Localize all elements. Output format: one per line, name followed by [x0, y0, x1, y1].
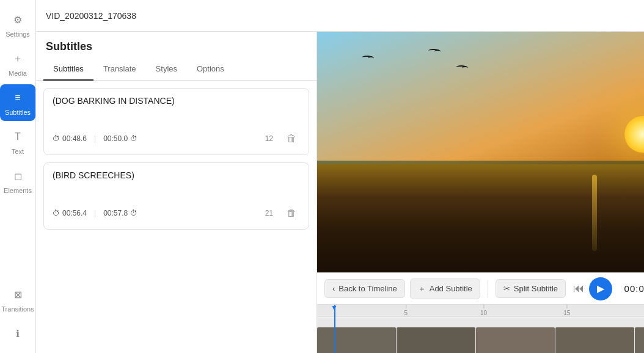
start-time-block: ⏱ 00:56.4 — [53, 209, 87, 217]
delete-button[interactable]: 🗑 — [283, 130, 300, 147]
timecode-display: 00:00:0 — [617, 283, 644, 294]
split-subtitle-button[interactable]: ✂ Split Subtitle — [496, 279, 566, 298]
clock-icon: ⏱ — [53, 209, 60, 217]
subtitle-tabs: Subtitles Translate Styles Options — [36, 58, 317, 81]
settings-icon: ⚙ — [9, 11, 26, 28]
plus-icon: ＋ — [418, 283, 426, 294]
water — [317, 164, 644, 272]
start-time: 00:56.4 — [62, 209, 87, 217]
split-subtitle-label: Split Subtitle — [514, 284, 558, 293]
add-subtitle-button[interactable]: ＋ Add Subtitle — [410, 278, 480, 299]
sidebar-item-subtitles[interactable]: ≡ Subtitles — [0, 84, 35, 121]
subtitle-card[interactable]: (BIRD SCREECHES) ⏱ 00:56.4 | 00:57.8 ⏱ 2… — [43, 162, 309, 230]
transitions-icon: ⊠ — [9, 286, 26, 303]
sidebar-item-label: Settings — [5, 31, 30, 38]
thumb-3 — [476, 327, 555, 353]
end-time: 00:50.0 — [103, 134, 128, 143]
sidebar-item-transitions[interactable]: ⊠ Transitions — [0, 281, 35, 318]
timeline-content — [317, 327, 644, 353]
video-preview — [317, 32, 644, 272]
tab-styles[interactable]: Styles — [146, 58, 187, 81]
sidebar: ⚙ Settings ＋ Media ≡ Subtitles T Text ◻ … — [0, 0, 36, 353]
char-count: 21 — [265, 209, 273, 217]
thumb-1 — [317, 327, 396, 353]
text-icon: T — [9, 128, 26, 145]
tab-options[interactable]: Options — [187, 58, 234, 81]
skip-back-button[interactable]: ⏮ — [573, 282, 584, 295]
start-time: 00:48.6 — [62, 134, 87, 143]
timeline-ruler: 5 10 15 20 25 30 — [317, 305, 644, 317]
thumb-5 — [635, 327, 644, 353]
end-time-block: 00:57.8 ⏱ — [103, 209, 137, 217]
sidebar-item-media[interactable]: ＋ Media — [0, 45, 35, 82]
subtitle-card-footer: ⏱ 00:56.4 | 00:57.8 ⏱ 21 🗑 — [53, 205, 300, 222]
back-to-timeline-button[interactable]: ‹ Back to Timeline — [324, 279, 405, 298]
video-frame — [317, 32, 644, 272]
time-separator: | — [94, 134, 96, 143]
playhead[interactable] — [334, 305, 335, 353]
water-reflection — [592, 175, 597, 250]
end-time-block: 00:50.0 ⏱ — [103, 134, 137, 143]
media-icon: ＋ — [9, 50, 26, 67]
tick-10: 10 — [480, 305, 487, 316]
delete-button[interactable]: 🗑 — [283, 205, 300, 222]
bird-2 — [428, 49, 439, 53]
thumb-4 — [555, 327, 634, 353]
subtitle-card[interactable]: (DOG BARKING IN DISTANCE) ⏱ 00:48.6 | 00… — [43, 88, 309, 155]
tick-5: 5 — [404, 305, 408, 316]
sidebar-item-settings[interactable]: ⚙ Settings — [0, 6, 35, 43]
subtitle-panel-title: Subtitles — [36, 32, 317, 58]
elements-icon: ◻ — [9, 167, 26, 184]
sidebar-item-label: Text — [12, 148, 24, 155]
toolbar-separator — [488, 280, 488, 297]
subtitles-icon: ≡ — [9, 89, 26, 106]
sidebar-item-label: Elements — [4, 187, 32, 194]
bottom-toolbar: ‹ Back to Timeline ＋ Add Subtitle ✂ Spli… — [317, 272, 644, 304]
play-button[interactable]: ▶ — [589, 277, 612, 300]
subtitle-text: (BIRD SCREECHES) — [53, 170, 300, 195]
subtitle-panel: Subtitles Subtitles Translate Styles Opt… — [36, 32, 317, 353]
time-separator: | — [94, 209, 96, 217]
tab-subtitles[interactable]: Subtitles — [43, 58, 93, 81]
subtitle-text: (DOG BARKING IN DISTANCE) — [53, 96, 300, 120]
bird-1 — [362, 56, 373, 59]
sidebar-item-info[interactable]: ℹ — [0, 320, 35, 347]
chevron-left-icon: ‹ — [332, 284, 335, 293]
start-time-block: ⏱ 00:48.6 — [53, 134, 87, 143]
sidebar-item-elements[interactable]: ◻ Elements — [0, 162, 35, 199]
main-panel: VID_20200312_170638 ← → Sign Up · Log In… — [36, 0, 644, 353]
thumbnail-strip — [317, 327, 644, 353]
char-count: 12 — [265, 134, 273, 143]
filename-label: VID_20200312_170638 — [46, 11, 644, 21]
tab-translate[interactable]: Translate — [93, 58, 146, 81]
sun — [624, 116, 644, 153]
info-icon: ℹ — [9, 325, 26, 342]
top-bar: VID_20200312_170638 ← → Sign Up · Log In… — [36, 0, 644, 32]
timeline-area: 5 10 15 20 25 30 — [317, 304, 644, 353]
sidebar-item-label: Transitions — [1, 305, 34, 313]
subtitle-card-footer: ⏱ 00:48.6 | 00:50.0 ⏱ 12 🗑 — [53, 130, 300, 147]
bird-3 — [456, 65, 467, 69]
end-time: 00:57.8 — [103, 209, 128, 217]
tick-15: 15 — [563, 305, 570, 316]
sidebar-item-text[interactable]: T Text — [0, 123, 35, 160]
scissors-icon: ✂ — [503, 284, 510, 293]
add-subtitle-label: Add Subtitle — [430, 284, 472, 293]
right-panel: ‹ Back to Timeline ＋ Add Subtitle ✂ Spli… — [317, 32, 644, 353]
clock-end-icon: ⏱ — [130, 134, 137, 143]
clock-icon: ⏱ — [53, 134, 60, 143]
subtitle-list: (DOG BARKING IN DISTANCE) ⏱ 00:48.6 | 00… — [36, 81, 317, 353]
clock-end-icon: ⏱ — [130, 209, 137, 217]
sidebar-item-label: Media — [9, 70, 27, 77]
thumb-2 — [397, 327, 475, 353]
back-to-timeline-label: Back to Timeline — [338, 284, 397, 293]
content-area: Subtitles Subtitles Translate Styles Opt… — [36, 32, 644, 353]
timeline-track — [317, 318, 644, 353]
sidebar-item-label: Subtitles — [5, 109, 31, 116]
